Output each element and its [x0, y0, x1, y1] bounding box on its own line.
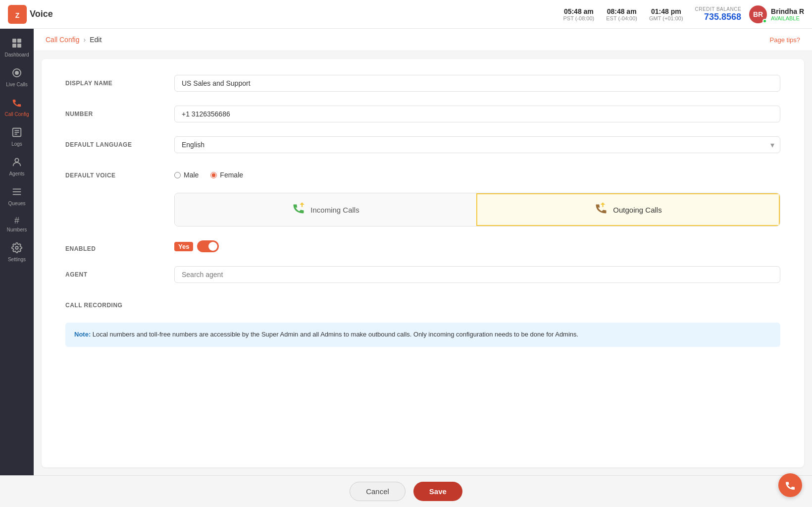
logs-icon	[11, 127, 22, 139]
outgoing-calls-label: Outgoing Calls	[613, 206, 661, 214]
number-control	[174, 106, 780, 122]
breadcrumb-current: Edit	[90, 36, 102, 44]
credit-balance: CREDIT BALANCE 735.8568	[695, 6, 742, 22]
sidebar-item-call-config[interactable]: Call Config	[0, 92, 34, 122]
sidebar: Dashboard Live Calls Call Config Logs Ag…	[0, 29, 34, 475]
svg-point-12	[15, 159, 18, 162]
voice-control: Male Female	[174, 167, 780, 179]
time-zones: 05:48 am PST (-08:00) 08:48 am EST (-04:…	[563, 7, 683, 21]
numbers-icon: #	[14, 216, 19, 225]
agent-row: AGENT	[65, 266, 780, 283]
svg-rect-3	[17, 39, 21, 43]
sidebar-item-numbers[interactable]: # Numbers	[0, 211, 34, 237]
user-profile[interactable]: BR Brindha R AVAILABLE	[749, 5, 804, 23]
voice-female-radio[interactable]	[210, 172, 217, 178]
voice-male-label[interactable]: Male	[174, 171, 199, 179]
call-config-icon	[11, 97, 22, 110]
sidebar-label-numbers: Numbers	[7, 227, 27, 232]
agent-search-input[interactable]	[174, 266, 780, 283]
call-type-row: Incoming Calls Outgoing Calls	[65, 193, 780, 226]
save-button[interactable]: Save	[413, 482, 462, 501]
sidebar-item-logs[interactable]: Logs	[0, 122, 34, 152]
note-text: Local numbers and toll-free numbers are …	[91, 331, 578, 338]
language-select[interactable]: English Spanish French German	[174, 136, 780, 153]
svg-rect-4	[12, 44, 16, 48]
live-calls-icon	[11, 67, 22, 80]
voice-radio-group: Male Female	[174, 167, 780, 179]
page-tips-link[interactable]: Page tips?	[770, 36, 800, 44]
voice-male-radio[interactable]	[174, 172, 181, 178]
queues-icon	[11, 186, 22, 199]
call-recording-row: CALL RECORDING	[65, 297, 780, 309]
zoho-logo: Z	[8, 5, 27, 24]
enabled-wrapper: Yes	[174, 240, 780, 252]
note-strong: Note:	[74, 331, 91, 338]
outgoing-calls-tab[interactable]: Outgoing Calls	[476, 193, 780, 226]
breadcrumb-separator: ›	[83, 36, 86, 44]
toggle-yes-label: Yes	[174, 242, 193, 251]
sidebar-item-agents[interactable]: Agents	[0, 152, 34, 181]
float-call-button[interactable]	[778, 473, 802, 497]
incoming-calls-label: Incoming Calls	[310, 206, 359, 214]
sidebar-item-dashboard[interactable]: Dashboard	[0, 33, 34, 62]
call-type-label-empty	[65, 193, 174, 198]
voice-male-text: Male	[184, 171, 199, 179]
sidebar-item-live-calls[interactable]: Live Calls	[0, 62, 34, 92]
breadcrumb-bar: Call Config › Edit Page tips?	[34, 29, 812, 51]
agent-control	[174, 266, 780, 283]
cancel-button[interactable]: Cancel	[350, 482, 406, 501]
sidebar-label-settings: Settings	[8, 257, 26, 262]
voice-label: DEFAULT VOICE	[65, 167, 174, 179]
language-row: DEFAULT LANGUAGE English Spanish French …	[65, 136, 780, 153]
incoming-calls-tab[interactable]: Incoming Calls	[175, 193, 476, 226]
agent-label: AGENT	[65, 266, 174, 278]
avatar: BR	[749, 5, 767, 23]
footer: Cancel Save	[0, 475, 812, 507]
main-layout: Dashboard Live Calls Call Config Logs Ag…	[0, 29, 812, 475]
svg-point-7	[15, 71, 19, 75]
display-name-input[interactable]	[174, 75, 780, 92]
call-type-control: Incoming Calls Outgoing Calls	[174, 193, 780, 226]
dashboard-icon	[11, 38, 22, 50]
status-dot	[762, 19, 767, 23]
content-area: Call Config › Edit Page tips? DISPLAY NA…	[34, 29, 812, 475]
incoming-calls-icon	[292, 201, 305, 218]
voice-female-text: Female	[220, 171, 243, 179]
phone-icon	[784, 479, 796, 491]
toggle-slider	[197, 240, 219, 252]
sidebar-label-agents: Agents	[9, 171, 24, 176]
number-input[interactable]	[174, 106, 780, 122]
sidebar-item-settings[interactable]: Settings	[0, 237, 34, 267]
call-recording-label: CALL RECORDING	[65, 297, 174, 309]
settings-icon	[11, 242, 22, 255]
svg-rect-2	[12, 39, 16, 43]
sidebar-label-logs: Logs	[11, 141, 22, 147]
svg-rect-5	[17, 44, 21, 48]
language-control: English Spanish French German ▾	[174, 136, 780, 153]
enabled-control: Yes	[174, 240, 780, 252]
note-box: Note: Local numbers and toll-free number…	[65, 323, 780, 347]
call-type-tabs: Incoming Calls Outgoing Calls	[174, 193, 780, 226]
time-gmt: 01:48 pm GMT (+01:00)	[649, 7, 683, 21]
sidebar-label-call-config: Call Config	[5, 112, 29, 117]
display-name-row: DISPLAY NAME	[65, 75, 780, 92]
sidebar-item-queues[interactable]: Queues	[0, 181, 34, 211]
outgoing-calls-icon	[594, 201, 608, 218]
header: Z Voice 05:48 am PST (-08:00) 08:48 am E…	[0, 0, 812, 29]
voice-row: DEFAULT VOICE Male Female	[65, 167, 780, 179]
enabled-toggle[interactable]	[197, 240, 219, 252]
enabled-row: ENABLED Yes	[65, 240, 780, 252]
svg-text:Z: Z	[15, 11, 20, 19]
user-info: Brindha R AVAILABLE	[771, 7, 804, 21]
logo: Z Voice	[8, 5, 53, 24]
sidebar-label-queues: Queues	[8, 201, 25, 206]
sidebar-label-dashboard: Dashboard	[5, 52, 29, 57]
form-container: DISPLAY NAME NUMBER DEFAULT LANGUAGE Eng…	[42, 59, 804, 467]
number-label: NUMBER	[65, 106, 174, 117]
display-name-label: DISPLAY NAME	[65, 75, 174, 87]
voice-female-label[interactable]: Female	[210, 171, 243, 179]
enabled-label: ENABLED	[65, 240, 174, 252]
sidebar-label-live-calls: Live Calls	[6, 82, 27, 87]
display-name-control	[174, 75, 780, 92]
breadcrumb-parent[interactable]: Call Config	[46, 36, 79, 44]
